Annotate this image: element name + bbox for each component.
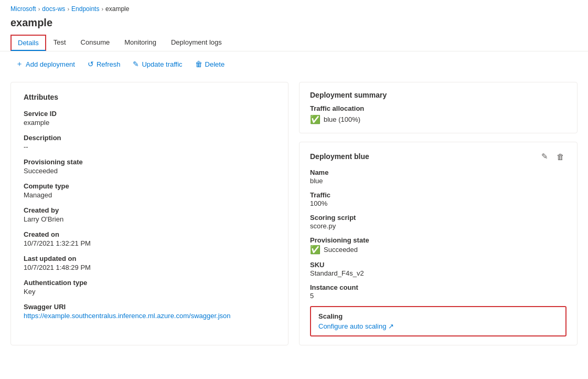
page-title: example	[0, 16, 588, 34]
delete-icon: 🗑	[195, 60, 202, 68]
detail-provisioning-state-value: Succeeded	[324, 246, 358, 254]
detail-scoring-script-label: Scoring script	[310, 214, 566, 222]
detail-traffic: Traffic 100%	[310, 191, 566, 207]
deployment-blue-title: Deployment blue	[310, 152, 369, 161]
traffic-check-icon: ✅	[310, 114, 320, 124]
attr-created-on: Created on 10/7/2021 1:32:21 PM	[24, 230, 275, 247]
attr-provisioning-state-label: Provisioning state	[24, 158, 275, 166]
detail-provisioning-state: Provisioning state ✅ Succeeded	[310, 236, 566, 255]
refresh-button[interactable]: ↺ Refresh	[82, 57, 126, 71]
attr-swagger-uri: Swagger URI https://example.southcentral…	[24, 303, 275, 320]
main-content: Attributes Service ID example Descriptio…	[0, 77, 588, 351]
attr-compute-type: Compute type Managed	[24, 182, 275, 199]
scaling-label: Scaling	[318, 312, 558, 320]
detail-sku-label: SKU	[310, 261, 566, 269]
tab-bar: Details Test Consume Monitoring Deployme…	[0, 34, 588, 51]
attr-created-by-label: Created by	[24, 206, 275, 214]
attr-description-value: --	[24, 143, 275, 151]
deployment-delete-button[interactable]: 🗑	[554, 151, 566, 162]
attr-provisioning-state-value: Succeeded	[24, 167, 275, 175]
detail-instance-count-value: 5	[310, 292, 566, 300]
detail-scoring-script-value: score.py	[310, 222, 566, 230]
edit-icon: ✎	[133, 60, 139, 68]
traffic-value: blue (100%)	[324, 115, 360, 123]
external-link-icon: ↗	[388, 322, 394, 330]
scaling-section: Scaling Configure auto scaling ↗	[310, 306, 566, 336]
detail-name-label: Name	[310, 169, 566, 176]
tab-consume[interactable]: Consume	[73, 34, 117, 51]
traffic-allocation-label: Traffic allocation	[310, 104, 566, 112]
breadcrumb-endpoints[interactable]: Endpoints	[71, 5, 99, 13]
attributes-title: Attributes	[24, 93, 275, 101]
update-traffic-button[interactable]: ✎ Update traffic	[127, 57, 187, 71]
detail-traffic-label: Traffic	[310, 191, 566, 199]
deployment-edit-button[interactable]: ✎	[539, 151, 550, 162]
add-deployment-button[interactable]: ＋ Add deployment	[10, 57, 80, 71]
detail-provisioning-state-label: Provisioning state	[310, 236, 566, 244]
attr-description-label: Description	[24, 134, 275, 142]
breadcrumb-sep-1: ›	[38, 6, 40, 12]
attr-service-id-label: Service ID	[24, 110, 275, 118]
plus-icon: ＋	[16, 59, 23, 69]
detail-traffic-value: 100%	[310, 199, 566, 207]
deployment-blue-header: Deployment blue ✎ 🗑	[310, 151, 566, 162]
attr-auth-type: Authentication type Key	[24, 279, 275, 296]
attr-service-id: Service ID example	[24, 110, 275, 127]
attr-created-by: Created by Larry O'Brien	[24, 206, 275, 223]
attr-last-updated-label: Last updated on	[24, 255, 275, 262]
attr-service-id-value: example	[24, 119, 275, 127]
detail-name-value: blue	[310, 177, 566, 185]
breadcrumb-sep-2: ›	[67, 6, 69, 12]
attr-created-by-value: Larry O'Brien	[24, 215, 275, 223]
tab-details[interactable]: Details	[10, 35, 46, 51]
deployment-summary-title: Deployment summary	[310, 91, 566, 99]
right-panels: Deployment summary Traffic allocation ✅ …	[299, 82, 578, 345]
deployment-blue-card: Deployment blue ✎ 🗑 Name blue Traffic 10…	[299, 142, 578, 345]
delete-button[interactable]: 🗑 Delete	[190, 57, 230, 71]
deployment-summary-card: Deployment summary Traffic allocation ✅ …	[299, 82, 578, 133]
attr-swagger-uri-label: Swagger URI	[24, 303, 275, 311]
detail-scoring-script: Scoring script score.py	[310, 214, 566, 230]
breadcrumb-current: example	[105, 5, 129, 13]
attributes-panel: Attributes Service ID example Descriptio…	[10, 82, 288, 345]
detail-sku: SKU Standard_F4s_v2	[310, 261, 566, 277]
traffic-item: ✅ blue (100%)	[310, 114, 566, 124]
attr-compute-type-value: Managed	[24, 191, 275, 199]
attr-last-updated: Last updated on 10/7/2021 1:48:29 PM	[24, 255, 275, 271]
attr-last-updated-value: 10/7/2021 1:48:29 PM	[24, 264, 275, 271]
breadcrumb-sep-3: ›	[101, 6, 103, 12]
breadcrumb-docs-ws[interactable]: docs-ws	[42, 5, 65, 13]
tab-deployment-logs[interactable]: Deployment logs	[164, 34, 229, 51]
detail-provisioning-state-value-wrap: ✅ Succeeded	[310, 245, 566, 255]
attr-description: Description --	[24, 134, 275, 151]
tab-monitoring[interactable]: Monitoring	[117, 34, 164, 51]
detail-instance-count: Instance count 5	[310, 283, 566, 300]
provisioning-state-icon: ✅	[310, 245, 320, 255]
attr-created-on-label: Created on	[24, 230, 275, 238]
tab-test[interactable]: Test	[46, 34, 73, 51]
configure-auto-scaling-text: Configure auto scaling	[318, 322, 386, 330]
deployment-blue-actions: ✎ 🗑	[539, 151, 566, 162]
detail-name: Name blue	[310, 169, 566, 185]
attr-auth-type-value: Key	[24, 288, 275, 296]
detail-instance-count-label: Instance count	[310, 283, 566, 291]
attr-provisioning-state: Provisioning state Succeeded	[24, 158, 275, 175]
refresh-icon: ↺	[88, 60, 94, 68]
attr-swagger-uri-value[interactable]: https://example.southcentralus.inference…	[24, 312, 231, 320]
breadcrumb: Microsoft › docs-ws › Endpoints › exampl…	[0, 0, 588, 16]
detail-sku-value: Standard_F4s_v2	[310, 269, 566, 277]
toolbar: ＋ Add deployment ↺ Refresh ✎ Update traf…	[0, 51, 588, 77]
attr-auth-type-label: Authentication type	[24, 279, 275, 287]
attr-compute-type-label: Compute type	[24, 182, 275, 190]
configure-auto-scaling-link[interactable]: Configure auto scaling ↗	[318, 322, 558, 330]
attr-created-on-value: 10/7/2021 1:32:21 PM	[24, 239, 275, 247]
breadcrumb-microsoft[interactable]: Microsoft	[10, 5, 36, 13]
